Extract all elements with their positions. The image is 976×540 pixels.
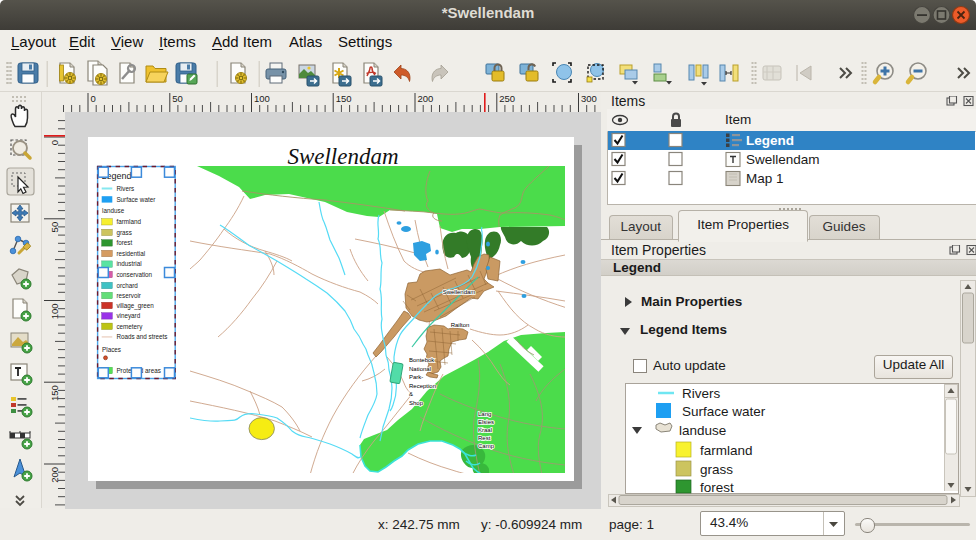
svg-text:Bontebok: Bontebok bbox=[409, 357, 435, 363]
svg-text:farmland: farmland bbox=[116, 218, 141, 225]
svg-text:Swellendam: Swellendam bbox=[287, 144, 398, 169]
svg-text:cemetery: cemetery bbox=[116, 323, 143, 331]
svg-text:orchard: orchard bbox=[116, 282, 138, 289]
svg-text:vineyard: vineyard bbox=[116, 312, 140, 320]
svg-text:50: 50 bbox=[172, 93, 183, 104]
svg-text:Reception: Reception bbox=[409, 383, 436, 389]
svg-text:National: National bbox=[409, 366, 431, 372]
svg-text:Roads and streets: Roads and streets bbox=[116, 333, 167, 340]
svg-text:landuse: landuse bbox=[102, 207, 125, 214]
svg-text:Rivers: Rivers bbox=[682, 386, 721, 401]
svg-text:Park-: Park- bbox=[409, 374, 423, 380]
svg-text:grass: grass bbox=[116, 229, 131, 237]
svg-text:grass: grass bbox=[700, 462, 733, 477]
svg-text:Lang: Lang bbox=[478, 411, 491, 417]
svg-text:Shop: Shop bbox=[409, 400, 424, 406]
svg-text:150: 150 bbox=[336, 93, 352, 104]
svg-text:&: & bbox=[409, 391, 413, 397]
svg-text:industrial: industrial bbox=[116, 260, 141, 267]
svg-text:residential: residential bbox=[116, 250, 145, 257]
svg-text:250: 250 bbox=[499, 93, 515, 104]
svg-text:Surface water: Surface water bbox=[116, 196, 155, 203]
svg-text:Elsies: Elsies bbox=[478, 419, 494, 425]
svg-text:reservoir: reservoir bbox=[116, 292, 140, 299]
svg-text:100: 100 bbox=[254, 93, 270, 104]
svg-text:300: 300 bbox=[581, 93, 597, 104]
svg-text:Swellendam: Swellendam bbox=[443, 289, 476, 295]
svg-text:Railton: Railton bbox=[451, 322, 470, 328]
svg-text:Surface water: Surface water bbox=[682, 404, 766, 419]
svg-text:Rest: Rest bbox=[478, 435, 491, 441]
svg-text:farmland: farmland bbox=[700, 443, 753, 458]
svg-text:forest: forest bbox=[116, 239, 132, 246]
svg-text:Rivers: Rivers bbox=[116, 185, 134, 192]
svg-text:Kraal: Kraal bbox=[478, 427, 492, 433]
svg-text:0: 0 bbox=[49, 140, 60, 145]
svg-text:landuse: landuse bbox=[679, 423, 726, 438]
svg-text:200: 200 bbox=[418, 93, 434, 104]
svg-text:conservation: conservation bbox=[116, 271, 152, 278]
svg-text:Camp: Camp bbox=[478, 443, 495, 449]
svg-text:0: 0 bbox=[91, 93, 96, 104]
svg-text:Places: Places bbox=[102, 346, 121, 353]
svg-text:forest: forest bbox=[700, 480, 734, 494]
svg-text:village_green: village_green bbox=[116, 302, 154, 310]
